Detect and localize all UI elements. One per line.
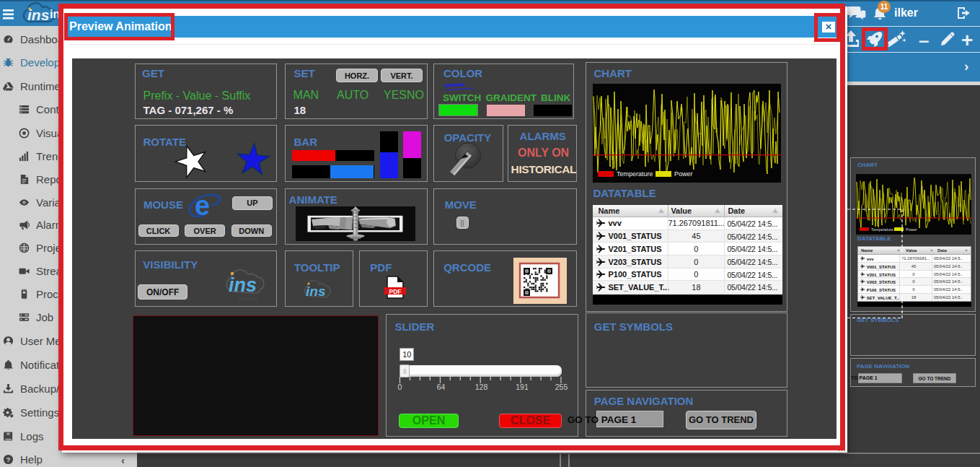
svg-text:?: ? — [6, 455, 10, 463]
